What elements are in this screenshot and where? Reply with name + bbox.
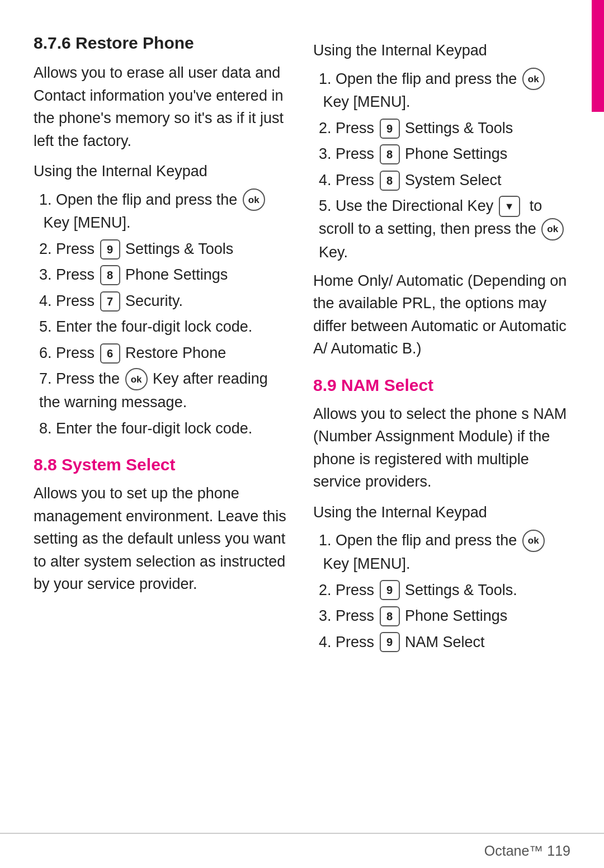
section-89-intro: Allows you to select the phone s NAM (Nu…	[313, 403, 570, 493]
list-item: 2. Press 9 Settings & Tools.	[313, 579, 570, 602]
list-item: 5. Enter the four-digit lock code.	[34, 315, 291, 338]
key-r9c: 9	[380, 632, 400, 652]
key-r9b: 9	[380, 580, 400, 600]
ok-key-r1: ok	[522, 68, 545, 90]
ok-key-icon: ok	[243, 188, 265, 211]
list-item: 3. Press 8 Phone Settings	[313, 143, 570, 166]
list-item: 3. Press 8 Phone Settings	[313, 605, 570, 628]
section-876-title: 8.7.6 Restore Phone	[34, 34, 291, 53]
footer-text: Octane™ 119	[484, 843, 570, 859]
left-column: 8.7.6 Restore Phone Allows you to erase …	[34, 34, 291, 659]
list-item: 7. Press the ok Key after reading the wa…	[34, 367, 291, 413]
key-r8a: 8	[380, 144, 400, 164]
list-item: 5. Use the Directional Key ▼ to scroll t…	[313, 195, 570, 263]
accent-bar	[592, 0, 604, 112]
list-item: 2. Press 9 Settings & Tools	[313, 117, 570, 140]
list-item: 4. Press 9 NAM Select	[313, 631, 570, 654]
page-container: 8.7.6 Restore Phone Allows you to erase …	[0, 0, 604, 868]
section-876-intro: Allows you to erase all user data and Co…	[34, 62, 291, 152]
ok-key-icon2: ok	[125, 368, 148, 390]
list-item: 4. Press 8 System Select	[313, 169, 570, 192]
list-item: 3. Press 8 Phone Settings	[34, 263, 291, 286]
key-r8c: 8	[380, 606, 400, 626]
section-88-intro: Allows you to set up the phone managemen…	[34, 482, 291, 596]
list-item: 1. Open the flip and press the ok Key [M…	[313, 68, 570, 114]
list-item: 1. Open the flip and press the ok Key [M…	[34, 188, 291, 234]
steps-list-right-bottom: 1. Open the flip and press the ok Key [M…	[313, 529, 570, 653]
key-8a: 8	[100, 265, 120, 285]
list-item: 2. Press 9 Settings & Tools	[34, 238, 291, 261]
list-item: 1. Open the flip and press the ok Key [M…	[313, 529, 570, 575]
key-r9a: 9	[380, 119, 400, 139]
keypad-heading-left: Using the Internal Keypad	[34, 160, 291, 183]
ok-key-r3: ok	[522, 530, 545, 552]
keypad-heading-right-bottom: Using the Internal Keypad	[313, 501, 570, 524]
key-7: 7	[100, 291, 120, 312]
key-6: 6	[100, 343, 120, 364]
list-item: 6. Press 6 Restore Phone	[34, 342, 291, 365]
steps-list-right-top: 1. Open the flip and press the ok Key [M…	[313, 68, 570, 264]
section-89-title: 8.9 NAM Select	[313, 376, 570, 395]
key-9: 9	[100, 239, 120, 260]
section-88-title: 8.8 System Select	[34, 455, 291, 474]
key-r8b: 8	[380, 171, 400, 191]
right-column: Using the Internal Keypad 1. Open the fl…	[313, 34, 570, 659]
two-column-layout: 8.7.6 Restore Phone Allows you to erase …	[34, 34, 570, 659]
list-item: 4. Press 7 Security.	[34, 290, 291, 313]
system-select-note: Home Only/ Automatic (Depending on the a…	[313, 270, 570, 360]
dir-key: ▼	[499, 196, 520, 217]
steps-list-left: 1. Open the flip and press the ok Key [M…	[34, 188, 291, 440]
keypad-heading-right-top: Using the Internal Keypad	[313, 39, 570, 62]
list-item: 8. Enter the four-digit lock code.	[34, 417, 291, 440]
bottom-bar: Octane™ 119	[0, 833, 604, 868]
ok-key-r2: ok	[541, 218, 564, 240]
